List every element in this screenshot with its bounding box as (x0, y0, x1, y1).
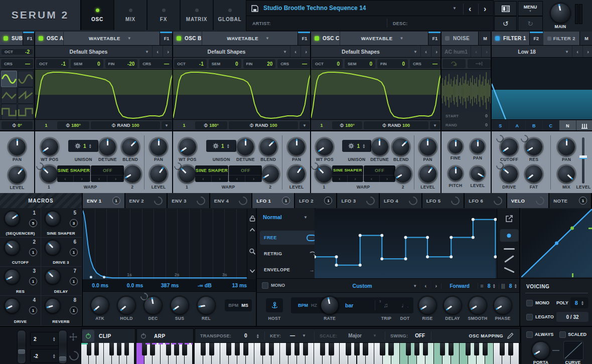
grid-y-stepper[interactable]: ▲▼ (492, 283, 495, 288)
osc-c-warp2-knob[interactable] (394, 165, 411, 183)
chevron-down-icon[interactable]: ▼ (299, 333, 309, 338)
warp-next-button[interactable]: › (74, 175, 90, 182)
lfo-tool-ramp-up[interactable] (504, 255, 514, 263)
env-attack-value[interactable]: 0.0 ms (83, 282, 117, 288)
env-hold-knob[interactable] (118, 297, 135, 314)
tab-env3[interactable]: ENV 3 (168, 193, 210, 208)
filter-route-osc-c[interactable]: C (543, 120, 559, 131)
wavetable-next-button[interactable]: › (163, 46, 173, 58)
pencil-icon[interactable] (507, 332, 514, 339)
poly-arrows[interactable]: ▲▼ (581, 300, 584, 305)
velo-display[interactable] (521, 209, 592, 277)
lfo-tool-flat-line[interactable] (504, 248, 515, 250)
filter-fat-knob[interactable] (525, 165, 542, 183)
black-key[interactable] (380, 343, 385, 355)
black-key[interactable] (94, 343, 99, 355)
osc-b-wavetable-name[interactable]: Default Shapes (173, 49, 280, 55)
filter-route-osc-a[interactable]: A (509, 120, 526, 131)
voices-value[interactable]: 1 (313, 123, 331, 128)
lfo-rate-knob[interactable] (321, 297, 338, 314)
sub-shape-sine[interactable] (1, 71, 17, 87)
swing-value[interactable]: OFF (415, 333, 425, 338)
sub-shape-square-inv[interactable] (18, 104, 34, 120)
black-key[interactable] (294, 343, 300, 355)
osc-b-rand-control[interactable]: ΦRAND100 (229, 121, 298, 129)
bend-up-stepper[interactable]: 2 ▲▼ (30, 332, 59, 346)
osc-c-phase-control[interactable]: Φ180° (332, 121, 362, 129)
grid-x-stepper[interactable]: ▲▼ (514, 283, 517, 288)
porta-knob[interactable] (532, 342, 549, 359)
lfo-trigger-envelope[interactable]: ENVELOPE →| (260, 263, 320, 277)
filter-route-sub[interactable]: S (492, 120, 509, 131)
osc-b-pan-knob[interactable] (288, 138, 305, 155)
osc-a-oct-control[interactable]: OCT-1 (36, 59, 69, 68)
nav-tab-osc[interactable]: OSC (81, 0, 114, 30)
filter-pan-knob[interactable] (558, 138, 575, 155)
export-icon[interactable] (505, 215, 513, 223)
noise-fine-knob[interactable] (449, 139, 463, 153)
move-icon[interactable] (69, 333, 77, 341)
warp-prev-button[interactable]: ‹ (332, 175, 348, 182)
zoom-icon[interactable] (249, 248, 256, 255)
filter1-routing-button[interactable]: F2 (529, 32, 543, 45)
osc-c-pan-knob[interactable] (419, 138, 436, 155)
tab-lfo2[interactable]: LFO 21 (295, 193, 338, 208)
bend-down-stepper[interactable]: -2 ▲▼ (30, 349, 59, 363)
black-key[interactable] (124, 343, 129, 355)
lock-icon[interactable] (249, 215, 256, 222)
warp-next-button[interactable]: › (380, 175, 395, 182)
wavetable-prev-button[interactable]: ‹ (290, 46, 301, 58)
osc-a-wave-display[interactable] (35, 69, 173, 120)
osc-a-detune-knob[interactable] (99, 138, 116, 155)
osc-c-rand-control[interactable]: ΦRAND100 (364, 121, 428, 129)
black-key[interactable] (117, 343, 121, 355)
wheel-thumb[interactable] (59, 356, 66, 361)
main-volume-knob[interactable] (551, 4, 570, 23)
black-key[interactable] (150, 343, 155, 355)
osc-b-blend-knob[interactable] (260, 138, 277, 155)
black-key[interactable] (354, 343, 359, 355)
osc-c-level-knob[interactable] (419, 165, 436, 183)
sub-shape-saw[interactable] (18, 87, 34, 104)
osc-c-oct-control[interactable]: OCT0 (312, 59, 343, 68)
warp-next-button[interactable]: › (348, 175, 363, 182)
filter-response-display[interactable] (492, 57, 592, 120)
osc-c-warp1-mode[interactable]: SINE SHAPER ‹› (332, 165, 363, 182)
redo-button[interactable]: ↻ (518, 16, 543, 31)
filter-route-osc-b[interactable]: B (526, 120, 542, 131)
sub-enable-led[interactable] (4, 36, 8, 41)
osc-c-detune-knob[interactable] (371, 138, 388, 155)
sample-next-button[interactable]: › (481, 46, 492, 58)
osc-c-sem-control[interactable]: SEM0 (345, 59, 375, 68)
osc-a-warp2-knob[interactable] (124, 165, 141, 183)
warp-next-button[interactable]: › (245, 175, 262, 182)
filter1-enable-led[interactable] (495, 36, 500, 41)
filter-cutoff-knob[interactable] (501, 138, 518, 155)
transpose-value[interactable]: 0 (244, 333, 247, 338)
filter-prev-button[interactable]: ‹ (572, 46, 582, 58)
noise-sample-name[interactable]: AC hum1 (441, 49, 471, 55)
black-key[interactable] (243, 343, 248, 355)
browser-button[interactable] (494, 1, 517, 16)
warp-prev-button[interactable]: ‹ (229, 175, 245, 182)
osc-b-wave-display[interactable] (173, 69, 311, 120)
noise-pan-knob[interactable] (471, 139, 485, 153)
osc-a-wavetable-name[interactable]: Default Shapes (35, 49, 142, 55)
shape-next-button[interactable]: › (430, 281, 441, 291)
warp-next-button[interactable]: › (212, 175, 228, 182)
black-key[interactable] (329, 343, 334, 355)
filter-level-slider[interactable] (582, 137, 584, 184)
black-key[interactable] (166, 343, 171, 355)
black-key[interactable] (474, 343, 479, 355)
mod-wheel[interactable] (58, 330, 67, 364)
env-sus-knob[interactable] (171, 297, 188, 314)
osc-b-enable-led[interactable] (177, 36, 181, 41)
sub-level-knob[interactable] (9, 166, 26, 184)
transpose-stepper[interactable]: ▲▼ (256, 333, 259, 338)
black-key[interactable] (226, 343, 231, 355)
env-decay-value[interactable]: 387 ms (153, 282, 187, 288)
black-key[interactable] (142, 343, 147, 355)
chevron-down-icon[interactable]: ▼ (370, 333, 380, 338)
osc-a-unison-control[interactable]: 1 ▲▼ (68, 140, 98, 152)
lfo-host-button[interactable] (266, 298, 283, 312)
